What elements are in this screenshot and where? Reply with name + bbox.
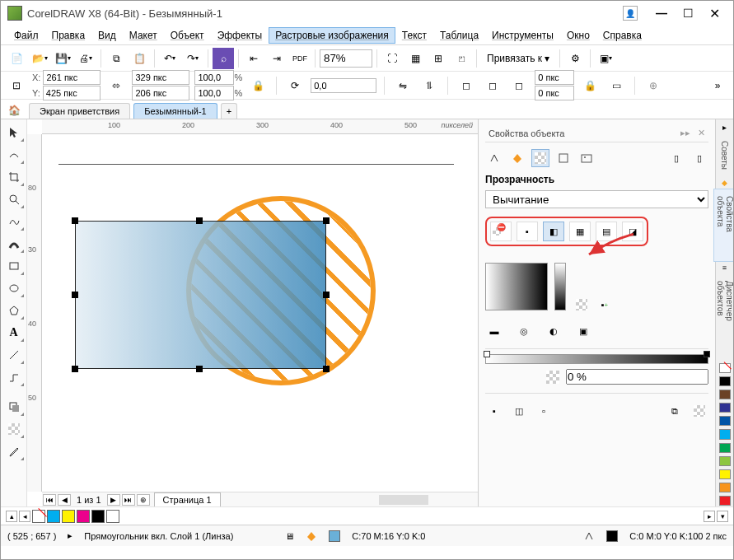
color-swatch[interactable] xyxy=(719,456,731,466)
new-button[interactable]: 📄 xyxy=(6,48,27,69)
tab-document[interactable]: Безымянный-1 xyxy=(133,103,217,119)
color-swatch[interactable] xyxy=(719,443,731,453)
canvas-area[interactable]: 100 200 300 400 500 пикселей 80 30 40 50 xyxy=(27,119,478,506)
selection-handle[interactable] xyxy=(323,366,330,372)
linear-gradient-button[interactable] xyxy=(573,296,591,314)
color-swatch[interactable] xyxy=(77,510,90,523)
parallel-tool[interactable] xyxy=(3,345,25,365)
x-field[interactable] xyxy=(43,70,101,85)
hints-tab[interactable]: Советы xyxy=(718,133,732,177)
shadow-tool[interactable] xyxy=(3,397,25,417)
menu-text[interactable]: Текст xyxy=(395,27,433,44)
edit-transparency-button[interactable] xyxy=(690,402,708,420)
menu-window[interactable]: Окно xyxy=(560,27,596,44)
gradient-stop[interactable] xyxy=(704,351,710,357)
conical-grad-icon[interactable]: ◐ xyxy=(545,322,563,340)
zoom-tool[interactable] xyxy=(3,189,25,209)
color-swatch[interactable] xyxy=(47,510,60,523)
minimize-button[interactable]: — xyxy=(649,4,674,22)
color-swatch[interactable] xyxy=(719,469,731,479)
color-swatch[interactable] xyxy=(91,510,105,523)
object-manager-tab[interactable]: Диспетчер объектов xyxy=(713,273,735,353)
menu-tools[interactable]: Инструменты xyxy=(485,27,560,44)
selection-handle[interactable] xyxy=(72,292,78,298)
save-button[interactable]: 💾▾ xyxy=(52,48,73,69)
menu-bitmaps[interactable]: Растровые изображения xyxy=(269,27,395,44)
artistic-tool[interactable] xyxy=(3,234,25,254)
import-button[interactable]: ⇤ xyxy=(243,48,264,69)
text-tool[interactable]: A xyxy=(3,323,25,343)
panel-close-icon[interactable]: ✕ xyxy=(698,128,705,138)
menu-object[interactable]: Объект xyxy=(164,27,211,44)
no-color-swatch[interactable] xyxy=(32,510,45,523)
selection-handle[interactable] xyxy=(196,366,203,372)
outline-target-button[interactable]: ◫ xyxy=(510,402,528,420)
corner-x-field[interactable] xyxy=(535,70,574,85)
palette-menu-button[interactable]: ▾ xyxy=(717,511,728,522)
overflow-button[interactable]: » xyxy=(707,75,728,96)
corner-button[interactable]: ◻ xyxy=(456,75,477,96)
color-proof-icon[interactable]: 🖥 xyxy=(285,531,294,541)
tab-welcome[interactable]: Экран приветствия xyxy=(29,103,130,119)
selection-handle[interactable] xyxy=(323,217,330,224)
color-swatch[interactable] xyxy=(719,496,731,506)
page-first-button[interactable]: ⏮ xyxy=(43,494,56,506)
color-swatch[interactable] xyxy=(719,429,731,439)
fullscreen-button[interactable]: ⛶ xyxy=(381,48,403,69)
export-button[interactable]: ⇥ xyxy=(266,48,288,69)
polygon-tool[interactable] xyxy=(3,301,25,320)
menu-table[interactable]: Таблица xyxy=(433,27,485,44)
selection-handle[interactable] xyxy=(196,217,203,224)
page-tab[interactable]: Страница 1 xyxy=(154,492,221,507)
gradient-preview[interactable] xyxy=(485,263,548,310)
no-color-swatch[interactable] xyxy=(719,363,731,373)
connector-tool[interactable] xyxy=(3,367,25,387)
radial-grad-icon[interactable]: ◎ xyxy=(515,322,533,340)
page-last-button[interactable]: ⏭ xyxy=(122,494,135,506)
palette-right-button[interactable]: ▸ xyxy=(704,511,715,522)
color-swatch[interactable] xyxy=(62,510,75,523)
fountain-transparency-button[interactable]: ◧ xyxy=(543,222,564,241)
object-origin-icon[interactable]: ⊡ xyxy=(6,75,27,96)
add-preset-button[interactable]: ▪+ xyxy=(596,296,614,314)
tab-mode-icon[interactable]: ▯ xyxy=(690,149,708,167)
print-button[interactable]: 🖨▾ xyxy=(75,48,96,69)
gradient-stop[interactable] xyxy=(484,351,490,357)
eyedropper-tool[interactable] xyxy=(3,441,25,461)
bitmap-tab-icon[interactable] xyxy=(577,149,596,167)
fill-icon[interactable] xyxy=(306,530,317,542)
shape-tool[interactable] xyxy=(3,145,25,165)
fill-swatch[interactable] xyxy=(329,530,340,542)
page-prev-button[interactable]: ◀ xyxy=(58,494,71,506)
mirror-v-button[interactable]: ⥮ xyxy=(418,75,440,96)
node-opacity-field[interactable] xyxy=(566,369,708,385)
color-swatch[interactable] xyxy=(719,416,731,426)
angle-field[interactable] xyxy=(311,78,376,93)
panel-pin-icon[interactable]: ▸▸ xyxy=(680,128,690,138)
object-tab-icon[interactable] xyxy=(554,149,573,167)
color-swatch[interactable] xyxy=(719,390,731,399)
color-swatch[interactable] xyxy=(106,510,119,523)
selection-handle[interactable] xyxy=(323,292,330,298)
menu-edit[interactable]: Правка xyxy=(45,27,92,44)
height-field[interactable] xyxy=(132,86,189,100)
scale-x-field[interactable] xyxy=(194,70,234,85)
palette-left-button[interactable]: ◂ xyxy=(19,511,30,522)
tab-add[interactable]: + xyxy=(221,103,237,119)
object-properties-tab[interactable]: Свойства объекта xyxy=(713,189,735,262)
snap-options-button[interactable]: ⏍ xyxy=(451,48,472,69)
options-button[interactable]: ⚙ xyxy=(564,48,586,69)
maximize-button[interactable]: ☐ xyxy=(676,4,700,22)
copy-button[interactable]: ⧉ xyxy=(105,48,127,69)
menu-help[interactable]: Справка xyxy=(596,27,648,44)
add-button[interactable]: ⊕ xyxy=(643,75,664,96)
relative-corner-button[interactable]: ▭ xyxy=(605,75,627,96)
mirror-h-button[interactable]: ⇋ xyxy=(392,75,414,96)
no-transparency-button[interactable]: ⛔ xyxy=(490,222,512,241)
y-field[interactable] xyxy=(43,86,101,100)
color-swatch[interactable] xyxy=(719,483,731,492)
transparency-tab-icon[interactable] xyxy=(531,149,549,167)
lock-corners-button[interactable]: 🔒 xyxy=(579,75,601,96)
guides-button[interactable]: ⊞ xyxy=(428,48,449,69)
corner-chamfer-button[interactable]: ◻ xyxy=(508,75,530,96)
